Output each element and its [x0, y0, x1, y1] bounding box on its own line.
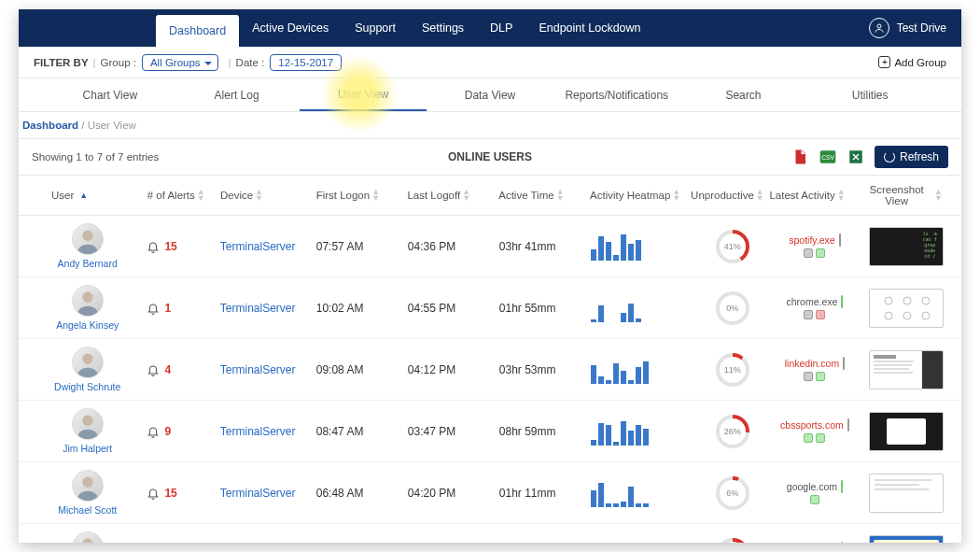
- sort-icon: ▲▼: [462, 189, 470, 202]
- screenshot-thumb[interactable]: ls -acat fgrepnodecd /: [869, 227, 944, 266]
- col-latest-activity[interactable]: Latest Activity▲▼: [769, 189, 861, 202]
- subtab-data-view[interactable]: Data View: [427, 78, 553, 111]
- table-row: Jim Halpert9TerminalServer08:47 AM03:47 …: [19, 401, 961, 462]
- user-avatar[interactable]: [72, 408, 104, 440]
- sort-icon: ▲▼: [837, 189, 846, 202]
- latest-activity-app: google.com: [787, 481, 843, 492]
- user-avatar[interactable]: [72, 347, 104, 378]
- category-badges: [804, 248, 825, 258]
- nav-settings[interactable]: Settings: [409, 9, 477, 47]
- user-name[interactable]: Test Drive: [897, 21, 946, 35]
- screenshot-thumb[interactable]: [869, 412, 944, 451]
- bell-icon: [147, 487, 160, 500]
- col--of-alerts[interactable]: # of Alerts▲▼: [147, 189, 220, 202]
- screenshot-thumb[interactable]: [869, 535, 944, 544]
- filter-bar: FILTER BY | Group : All Groups | Date : …: [19, 47, 961, 78]
- nav-endpoint-lockdown[interactable]: Endpoint Lockdown: [525, 9, 653, 47]
- latest-activity-app: chrome.exe: [787, 296, 844, 307]
- col-user[interactable]: User▲: [28, 190, 147, 201]
- screenshot-thumb[interactable]: [869, 289, 944, 328]
- section-header: Showing 1 to 7 of 7 entries ONLINE USERS…: [19, 139, 961, 175]
- col-active-time[interactable]: Active Time▲▼: [498, 189, 590, 202]
- bell-icon: [147, 363, 160, 376]
- first-logon: 06:48 AM: [316, 487, 408, 500]
- active-time: 03hr 41mm: [499, 240, 591, 253]
- svg-point-13: [82, 416, 92, 426]
- breadcrumb-root[interactable]: Dashboard: [22, 120, 78, 131]
- unproductive-gauge: 26%: [716, 415, 749, 448]
- activity-heatmap: [591, 418, 675, 446]
- activity-heatmap: [591, 541, 675, 544]
- nav-active-devices[interactable]: Active Devices: [239, 9, 342, 47]
- user-link[interactable]: Jim Halpert: [63, 443, 112, 454]
- device-link[interactable]: TerminalServer: [220, 302, 296, 315]
- export-pdf-icon[interactable]: [791, 148, 809, 166]
- col-last-logoff[interactable]: Last Logoff▲▼: [407, 189, 498, 202]
- alert-count: 15: [164, 240, 176, 253]
- first-logon: 10:02 AM: [316, 302, 408, 315]
- category-badges: [804, 433, 825, 443]
- refresh-button[interactable]: Refresh: [875, 146, 948, 168]
- user-link[interactable]: Dwight Schrute: [54, 381, 120, 392]
- subtab-user-view[interactable]: User View: [300, 78, 427, 111]
- add-group-button[interactable]: + Add Group: [878, 56, 946, 68]
- table-row: Andy Bernard15TerminalServer07:57 AM04:3…: [19, 216, 961, 277]
- subtab-utilities[interactable]: Utilities: [806, 78, 933, 111]
- export-csv-icon[interactable]: CSV: [819, 148, 837, 166]
- svg-point-15: [82, 539, 92, 543]
- first-logon: 08:47 AM: [316, 425, 408, 438]
- table-row: Pam Beesly1TerminalServer09:27 AM04:47 P…: [19, 524, 961, 543]
- svg-point-14: [82, 477, 92, 488]
- svg-point-4: [82, 231, 92, 241]
- col-screenshot-view[interactable]: Screenshot View▲▼: [861, 184, 952, 206]
- user-avatar[interactable]: [72, 223, 104, 255]
- user-link[interactable]: Angela Kinsey: [56, 319, 119, 331]
- activity-heatmap: [591, 294, 675, 322]
- subtab-reports-notifications[interactable]: Reports/Notifications: [553, 78, 680, 111]
- col-activity-heatmap[interactable]: Activity Heatmap▲▼: [590, 189, 694, 202]
- device-link[interactable]: TerminalServer: [220, 487, 296, 500]
- device-link[interactable]: TerminalServer: [220, 425, 296, 438]
- user-avatar-icon[interactable]: [869, 18, 889, 38]
- user-link[interactable]: Andy Bernard: [58, 258, 118, 269]
- device-link[interactable]: TerminalServer: [220, 363, 296, 376]
- last-logoff: 04:20 PM: [408, 487, 499, 500]
- nav-dashboard[interactable]: Dashboard: [156, 15, 239, 47]
- screenshot-thumb[interactable]: [869, 350, 944, 389]
- filter-label: FILTER BY: [34, 57, 89, 68]
- unproductive-gauge: 0%: [716, 291, 749, 325]
- activity-heatmap: [591, 233, 675, 261]
- col-unproductive[interactable]: Unproductive▲▼: [694, 189, 769, 202]
- export-xls-icon[interactable]: [847, 148, 865, 166]
- screenshot-thumb[interactable]: [869, 474, 944, 513]
- refresh-icon: [884, 151, 895, 163]
- user-link[interactable]: Michael Scott: [58, 504, 117, 516]
- user-avatar[interactable]: [72, 470, 104, 502]
- nav-support[interactable]: Support: [342, 9, 409, 47]
- alert-count: 9: [164, 425, 171, 438]
- bell-icon: [147, 425, 160, 438]
- table-body: Andy Bernard15TerminalServer07:57 AM04:3…: [19, 216, 961, 543]
- col-first-logon[interactable]: First Logon▲▼: [316, 189, 408, 202]
- sort-icon: ▲▼: [197, 189, 205, 202]
- col-device[interactable]: Device▲▼: [220, 189, 316, 202]
- svg-point-7: [903, 297, 911, 304]
- unproductive-gauge: 11%: [716, 353, 749, 387]
- alert-count: 1: [164, 302, 171, 315]
- subtab-search[interactable]: Search: [680, 78, 807, 111]
- user-avatar[interactable]: [72, 531, 104, 543]
- subtab-chart-view[interactable]: Chart View: [47, 78, 174, 111]
- subtab-alert-log[interactable]: Alert Log: [174, 78, 301, 111]
- device-link[interactable]: TerminalServer: [220, 240, 296, 253]
- sort-icon: ▲▼: [556, 189, 565, 202]
- bell-icon: [147, 240, 160, 253]
- date-input[interactable]: 12-15-2017: [270, 54, 342, 71]
- activity-heatmap: [591, 479, 675, 507]
- alert-count: 4: [164, 363, 171, 376]
- group-select[interactable]: All Groups: [142, 54, 218, 71]
- latest-activity-app: cbssports.com: [780, 419, 849, 431]
- svg-point-12: [82, 354, 92, 364]
- bell-icon: [147, 302, 160, 315]
- user-avatar[interactable]: [72, 285, 104, 317]
- nav-dlp[interactable]: DLP: [477, 9, 525, 47]
